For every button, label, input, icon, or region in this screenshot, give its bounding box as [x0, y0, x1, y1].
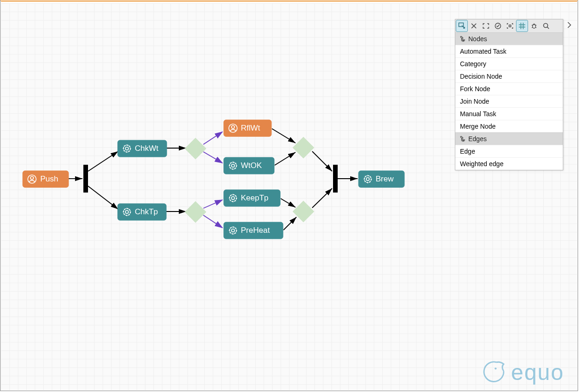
- node-chktp[interactable]: ChkTp: [118, 204, 166, 220]
- node-label: PreHeat: [241, 226, 270, 235]
- palette-item-edge[interactable]: Edge: [455, 145, 563, 157]
- node-label: ChkWt: [135, 144, 158, 153]
- wrench-icon: [459, 36, 466, 42]
- edge[interactable]: [272, 129, 296, 143]
- logo-text: equo: [511, 360, 564, 385]
- weighted-edge[interactable]: [203, 152, 222, 163]
- edge[interactable]: [312, 188, 332, 208]
- palette-item-manual-task[interactable]: Manual Task: [455, 107, 563, 120]
- section-header: Edges: [468, 135, 487, 143]
- node-label: ChkTp: [135, 207, 158, 216]
- node-push[interactable]: Push: [23, 171, 69, 187]
- toolbar-delete-tool[interactable]: [468, 20, 479, 31]
- node-label: KeepTp: [241, 193, 269, 202]
- edge[interactable]: [312, 151, 332, 171]
- palette-toolbar: [455, 19, 563, 32]
- palette-section-edges: Edges: [455, 132, 563, 145]
- decision-node[interactable]: [185, 201, 206, 222]
- svg-rect-14: [509, 25, 511, 27]
- palette-item-weighted-edge[interactable]: Weighted edge: [455, 157, 563, 170]
- palette-panel: Nodes Automated Task Category Decision N…: [455, 19, 563, 170]
- weighted-edge[interactable]: [203, 132, 222, 144]
- diagram-canvas[interactable]: Push ChkWt ChkTp RflWt: [1, 3, 577, 390]
- palette-item-decision-node[interactable]: Decision Node: [455, 70, 563, 82]
- node-brew[interactable]: Brew: [359, 171, 404, 187]
- equo-logo: equo: [481, 359, 564, 386]
- toolbar-debug-tool[interactable]: [529, 20, 540, 31]
- edge[interactable]: [283, 217, 296, 230]
- node-label: WtOK: [241, 161, 262, 170]
- toolbar-validate-tool[interactable]: [492, 20, 503, 31]
- svg-point-15: [533, 25, 536, 28]
- merge-node[interactable]: [293, 137, 314, 158]
- toolbar-selection-tool[interactable]: [456, 20, 467, 31]
- node-label: RflWt: [241, 124, 260, 132]
- node-label: Push: [40, 174, 58, 183]
- toolbar-search-tool[interactable]: [541, 20, 552, 31]
- edge[interactable]: [275, 152, 296, 165]
- toolbar-marquee-tool[interactable]: [480, 20, 491, 31]
- palette-collapse-button[interactable]: [565, 19, 573, 31]
- edge[interactable]: [88, 151, 118, 171]
- weighted-edge[interactable]: [203, 215, 222, 228]
- toolbar-grid-tool[interactable]: [516, 20, 528, 31]
- join-node[interactable]: [333, 165, 338, 193]
- toolbar-center-tool[interactable]: [504, 20, 516, 31]
- palette-item-fork-node[interactable]: Fork Node: [455, 82, 563, 95]
- node-rflwt[interactable]: RflWt: [224, 120, 271, 137]
- svg-point-17: [495, 367, 497, 369]
- node-keeptp[interactable]: KeepTp: [224, 190, 280, 206]
- section-header: Nodes: [468, 35, 487, 43]
- merge-node[interactable]: [293, 201, 314, 222]
- node-chkwt[interactable]: ChkWt: [118, 140, 167, 157]
- wrench-icon: [459, 136, 466, 142]
- weighted-edge[interactable]: [203, 200, 222, 208]
- node-wtok[interactable]: WtOK: [224, 157, 274, 174]
- palette-item-join-node[interactable]: Join Node: [455, 95, 563, 107]
- node-label: Brew: [376, 174, 394, 183]
- svg-point-16: [544, 24, 548, 28]
- node-preheat[interactable]: PreHeat: [224, 222, 283, 239]
- edge[interactable]: [88, 186, 118, 209]
- logo-icon: [481, 359, 508, 386]
- palette-item-category[interactable]: Category: [455, 57, 563, 70]
- palette-section-nodes: Nodes: [455, 32, 563, 45]
- edge[interactable]: [281, 199, 296, 207]
- fork-node[interactable]: [83, 165, 88, 193]
- palette-item-automated-task[interactable]: Automated Task: [455, 45, 563, 57]
- decision-node[interactable]: [185, 138, 206, 159]
- palette-item-merge-node[interactable]: Merge Node: [455, 120, 563, 132]
